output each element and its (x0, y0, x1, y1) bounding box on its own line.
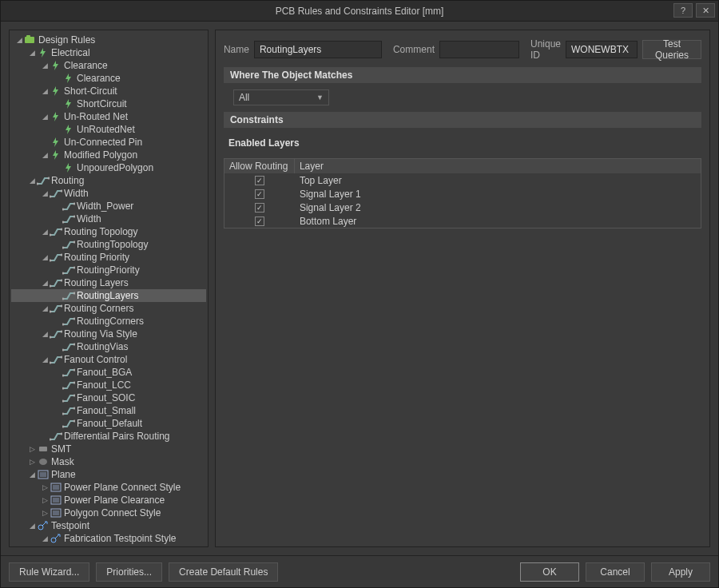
tree-node[interactable]: ◢Width (11, 187, 206, 200)
tree-node[interactable]: ◢Routing Layers (11, 276, 206, 289)
tree-node[interactable]: ◢Design Rules (11, 34, 206, 46)
tree-node[interactable]: ▷Polygon Connect Style (11, 507, 206, 519)
allow-routing-checkbox[interactable]: ✓ (255, 176, 264, 185)
collapse-icon[interactable]: ◢ (40, 251, 50, 264)
expand-icon[interactable]: ▷ (40, 481, 50, 494)
expand-icon[interactable]: ▷ (27, 443, 37, 455)
svg-point-32 (62, 375, 65, 377)
titlebar: PCB Rules and Constraints Editor [mm] ? … (1, 1, 718, 22)
tree-node[interactable]: ◢Clearance (11, 59, 206, 72)
titlebar-buttons: ? ✕ (673, 3, 715, 18)
svg-point-21 (73, 292, 76, 295)
tree-node[interactable]: ◢Fanout Control (11, 353, 206, 366)
collapse-icon[interactable]: ◢ (40, 187, 50, 200)
col-layer[interactable]: Layer (295, 159, 701, 173)
tree-node[interactable]: ShortCircuit (11, 97, 206, 110)
collapse-icon[interactable]: ◢ (40, 59, 50, 72)
tree-node[interactable]: ▷Mask (11, 455, 206, 468)
tree-node[interactable]: ◢Routing Corners (11, 302, 206, 315)
name-input[interactable] (254, 41, 382, 58)
uniqueid-input[interactable] (566, 41, 638, 58)
collapse-icon[interactable]: ◢ (40, 85, 50, 97)
create-default-rules-button[interactable]: Create Default Rules (169, 562, 278, 582)
where-dropdown[interactable]: All ▼ (233, 89, 329, 105)
tree-node[interactable]: Width_Power (11, 200, 206, 213)
tree-node[interactable]: ▷SMT (11, 443, 206, 455)
comment-input[interactable] (439, 41, 519, 58)
collapse-icon[interactable]: ◢ (14, 34, 24, 46)
svg-rect-1 (26, 35, 30, 38)
collapse-icon[interactable]: ◢ (40, 225, 50, 238)
svg-point-18 (50, 285, 52, 288)
collapse-icon[interactable]: ◢ (40, 328, 50, 340)
tree-node[interactable]: ◢Modified Polygon (11, 149, 206, 161)
comment-label: Comment (393, 44, 435, 55)
header-row: Name Comment Unique ID Test Queries (224, 38, 701, 61)
collapse-icon[interactable]: ◢ (40, 110, 50, 123)
tree-node[interactable]: Un-Connected Pin (11, 136, 206, 149)
collapse-icon[interactable]: ◢ (40, 353, 50, 366)
allow-routing-checkbox[interactable]: ✓ (255, 217, 264, 226)
tree-node[interactable]: Fanout_BGA (11, 366, 206, 379)
tree-node[interactable]: Fanout_Small (11, 404, 206, 417)
tree-node[interactable]: ▷Power Plane Connect Style (11, 481, 206, 494)
collapse-icon[interactable]: ◢ (40, 149, 50, 161)
collapse-icon[interactable]: ◢ (27, 468, 37, 481)
rules-tree[interactable]: ◢Design Rules◢Electrical◢ClearanceCleara… (9, 30, 209, 547)
electrical-icon (50, 137, 62, 148)
tree-node[interactable]: ▷Power Plane Clearance (11, 494, 206, 507)
electrical-icon (50, 85, 62, 97)
tree-node[interactable]: ◢Plane (11, 468, 206, 481)
svg-point-2 (37, 183, 39, 185)
tree-node[interactable]: ◢Routing Topology (11, 225, 206, 238)
collapse-icon[interactable]: ◢ (27, 46, 37, 59)
tree-node[interactable]: UnpouredPolygon (11, 161, 206, 174)
tree-node[interactable]: ◢Routing Priority (11, 251, 206, 264)
collapse-icon[interactable]: ◢ (27, 519, 37, 532)
close-button[interactable]: ✕ (696, 3, 715, 18)
expand-icon[interactable]: ▷ (27, 455, 37, 468)
allow-routing-checkbox[interactable]: ✓ (255, 189, 264, 199)
where-value: All (239, 92, 249, 103)
cancel-button[interactable]: Cancel (586, 562, 645, 582)
smt-icon (37, 443, 50, 455)
expand-icon[interactable]: ▷ (40, 494, 50, 507)
plane-icon (50, 495, 62, 506)
tree-node[interactable]: ◢Un-Routed Net (11, 110, 206, 123)
rule-wizard-button[interactable]: Rule Wizard... (9, 562, 89, 582)
tree-node[interactable]: ◢Short-Circuit (11, 85, 206, 97)
tree-node[interactable]: RoutingTopology (11, 238, 206, 251)
svg-point-8 (62, 221, 65, 224)
help-button[interactable]: ? (673, 3, 693, 18)
tree-node[interactable]: RoutingLayers (11, 289, 206, 302)
test-queries-button[interactable]: Test Queries (642, 40, 701, 59)
col-allow[interactable]: Allow Routing (224, 159, 295, 173)
tree-node[interactable]: ◢Fabrication Testpoint Style (11, 532, 206, 545)
tree-node[interactable]: Fanout_SOIC (11, 391, 206, 404)
tree-node-label: Clearance (77, 72, 121, 85)
collapse-icon[interactable]: ◢ (40, 276, 50, 289)
tree-node[interactable]: Fanout_LCC (11, 379, 206, 391)
tree-node[interactable]: RoutingCorners (11, 315, 206, 328)
ok-button[interactable]: OK (520, 562, 579, 582)
collapse-icon[interactable]: ◢ (40, 532, 50, 545)
tree-node[interactable]: ◢Testpoint (11, 519, 206, 532)
tree-node[interactable]: Differential Pairs Routing (11, 430, 206, 443)
tree-node[interactable]: ◢Routing Via Style (11, 328, 206, 340)
tree-node[interactable]: Width (11, 213, 206, 225)
tree-node[interactable]: RoutingPriority (11, 264, 206, 276)
allow-routing-checkbox[interactable]: ✓ (255, 203, 264, 213)
tree-node[interactable]: Fanout_Default (11, 417, 206, 430)
collapse-icon[interactable]: ◢ (40, 302, 50, 315)
priorities-button[interactable]: Priorities... (96, 562, 162, 582)
svg-point-16 (62, 272, 65, 275)
tree-node[interactable]: UnRoutedNet (11, 123, 206, 136)
apply-button[interactable]: Apply (651, 562, 710, 582)
tree-node-label: Routing (51, 174, 84, 187)
tree-node[interactable]: ◢Routing (11, 174, 206, 187)
tree-node[interactable]: RoutingVias (11, 340, 206, 353)
expand-icon[interactable]: ▷ (40, 507, 50, 519)
collapse-icon[interactable]: ◢ (27, 174, 37, 187)
tree-node[interactable]: ◢Electrical (11, 46, 206, 59)
tree-node[interactable]: Clearance (11, 72, 206, 85)
